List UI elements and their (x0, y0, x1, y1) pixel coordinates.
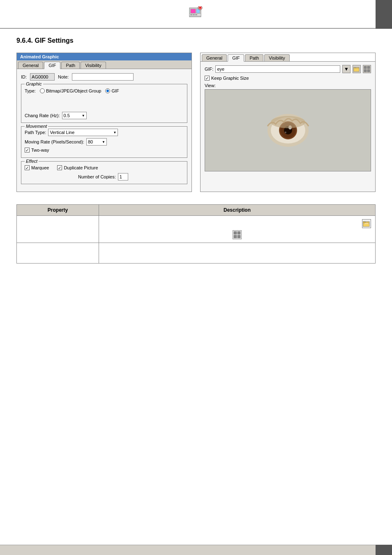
gif-input[interactable] (215, 65, 340, 73)
svg-rect-11 (354, 68, 359, 72)
tab-path-left[interactable]: Path (61, 62, 80, 69)
tab-visibility-left[interactable]: Visibility (81, 62, 106, 69)
svg-rect-1 (191, 9, 196, 13)
bottom-bar (0, 545, 392, 555)
gif-dropdown-btn[interactable]: ▼ (342, 65, 350, 73)
dialogs-row: Animated Graphic General GIF Path Visibi… (16, 53, 376, 192)
graphic-group-box: Graphic Type: Bitmap/JPEG/Object Group G… (21, 84, 187, 123)
bottom-right-decoration (376, 545, 392, 555)
radio-gif[interactable]: GIF (105, 88, 119, 93)
tab-general-right[interactable]: General (202, 54, 227, 61)
id-input[interactable] (30, 73, 55, 81)
radio-btn-bitmap[interactable] (40, 88, 45, 93)
change-rate-arrow: ▼ (82, 114, 85, 118)
main-content: 9.6.4. GIF Settings Animated Graphic Gen… (0, 29, 392, 272)
gif-label: GIF: (205, 67, 213, 72)
left-dialog-panel: Animated Graphic General GIF Path Visibi… (16, 53, 192, 192)
svg-point-23 (285, 132, 286, 133)
effect-group-box: Effect Marquee Duplicate Picture (21, 161, 187, 184)
note-input[interactable] (72, 73, 134, 81)
svg-rect-7 (193, 14, 195, 15)
keep-graphic-checkbox[interactable] (205, 76, 210, 81)
path-type-arrow: ▼ (113, 131, 116, 134)
copies-row: Number of Copies: (78, 173, 184, 180)
copies-label: Number of Copies: (78, 174, 116, 179)
left-dialog-title: Animated Graphic (17, 53, 191, 60)
moving-rate-label: Moving Rate (Pixels/Second): (25, 139, 84, 144)
duplicate-checkbox[interactable] (57, 165, 62, 170)
properties-table: Property Description (16, 204, 376, 264)
tab-gif-right[interactable]: GIF (228, 54, 244, 62)
radio-btn-gif[interactable] (105, 88, 110, 93)
left-panel-content: ID: Note: Graphic Type: Bitmap/JPEG/Obje… (17, 69, 191, 192)
svg-rect-29 (238, 231, 240, 234)
table-row (17, 216, 376, 243)
svg-rect-12 (364, 66, 367, 69)
radio-gif-label: GIF (111, 88, 119, 93)
left-tabs: General GIF Path Visibility (17, 60, 191, 69)
keep-graphic-row: Keep Graphic Size (201, 75, 375, 83)
marquee-label: Marquee (31, 165, 49, 170)
svg-rect-14 (364, 69, 367, 72)
app-icon (189, 6, 203, 22)
radio-bitmap[interactable]: Bitmap/JPEG/Object Group (40, 88, 101, 93)
id-note-row: ID: Note: (21, 73, 187, 81)
tab-general-left[interactable]: General (18, 62, 43, 69)
change-rate-label: Chang Rate (Hz): (25, 113, 60, 118)
note-label: Note: (58, 74, 69, 79)
radio-bitmap-label: Bitmap/JPEG/Object Group (46, 88, 101, 93)
moving-rate-select[interactable]: 80 ▼ (86, 138, 107, 146)
moving-rate-value: 80 (88, 139, 93, 144)
change-rate-select[interactable]: 0.5 ▼ (62, 112, 87, 119)
grid-icon[interactable] (363, 65, 371, 73)
movement-group-box: Movement Path Type: Vertical Line ▼ Movi… (21, 126, 187, 158)
description-cell-1 (99, 216, 376, 243)
page: 9.6.4. GIF Settings Animated Graphic Gen… (0, 0, 392, 555)
type-label: Type: (25, 88, 36, 93)
marquee-checkbox[interactable] (25, 165, 30, 170)
movement-group-label: Movement (25, 124, 48, 129)
path-type-row: Path Type: Vertical Line ▼ (25, 129, 184, 136)
type-row: Type: Bitmap/JPEG/Object Group GIF (25, 88, 184, 93)
description-cell-2 (99, 243, 376, 264)
change-rate-row: Chang Rate (Hz): 0.5 ▼ (25, 112, 184, 119)
tab-path-right[interactable]: Path (245, 54, 263, 61)
path-type-select[interactable]: Vertical Line ▼ (48, 129, 118, 136)
folder-open-icon[interactable] (362, 219, 371, 228)
duplicate-row: Duplicate Picture (57, 165, 98, 170)
icon-display-1 (103, 219, 371, 228)
marquee-row: Marquee (25, 165, 49, 170)
tab-gif-left[interactable]: GIF (44, 62, 60, 69)
view-area (205, 89, 371, 171)
view-label: View: (201, 83, 375, 89)
path-type-label: Path Type: (25, 130, 46, 135)
effect-row: Marquee Duplicate Picture (25, 164, 184, 172)
table-icon[interactable] (233, 230, 242, 239)
svg-rect-30 (234, 235, 237, 238)
top-right-decoration (376, 0, 392, 29)
right-tabs: General GIF Path Visibility (201, 53, 375, 62)
copies-input[interactable] (118, 173, 128, 180)
duplicate-label: Duplicate Picture (64, 165, 98, 170)
two-way-row: Two-way (25, 148, 184, 153)
svg-rect-31 (238, 235, 240, 238)
graphic-group-label: Graphic (25, 81, 43, 86)
grid-icon-center (103, 230, 371, 239)
svg-rect-15 (367, 69, 370, 72)
page-title: 9.6.4. GIF Settings (16, 37, 376, 44)
open-folder-icon[interactable] (353, 65, 361, 73)
svg-rect-6 (190, 14, 192, 15)
svg-rect-8 (195, 14, 197, 15)
keep-graphic-label: Keep Graphic Size (211, 76, 249, 81)
moving-rate-arrow: ▼ (102, 140, 105, 144)
moving-rate-row: Moving Rate (Pixels/Second): 80 ▼ (25, 138, 184, 146)
col-property: Property (17, 205, 99, 216)
col-description: Description (99, 205, 376, 216)
svg-point-4 (199, 7, 201, 9)
gif-field-row: GIF: ▼ (201, 62, 375, 75)
tab-visibility-right[interactable]: Visibility (264, 54, 290, 61)
svg-rect-13 (367, 66, 370, 69)
eye-graphic (265, 112, 311, 149)
table-row (17, 243, 376, 264)
two-way-checkbox[interactable] (25, 148, 30, 153)
